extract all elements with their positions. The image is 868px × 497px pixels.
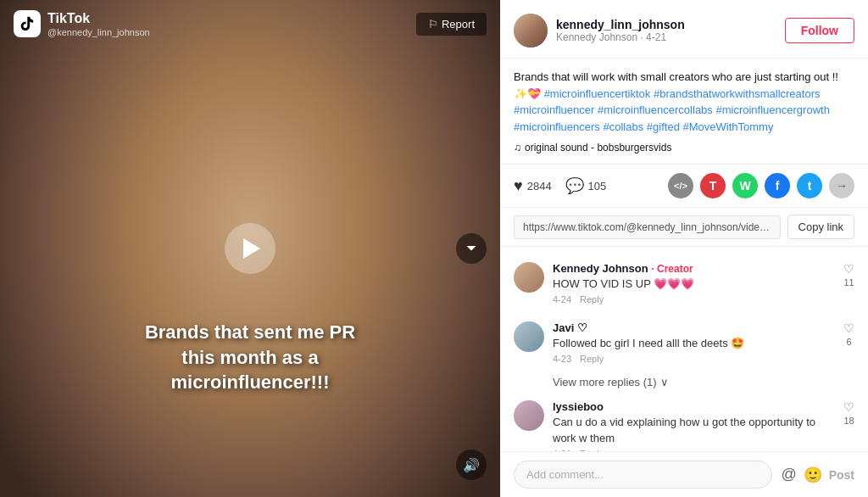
twitter-share-button[interactable]: t xyxy=(797,173,822,198)
comment-like[interactable]: ♡ 18 xyxy=(843,400,854,451)
video-panel: TikTok @kennedy_linn_johnson ⚐ Report Br… xyxy=(0,0,500,497)
like-action[interactable]: ♥ 2844 xyxy=(514,177,552,195)
more-share-button[interactable]: → xyxy=(829,173,854,198)
tiktok-handle: @kennedy_linn_johnson xyxy=(47,27,150,37)
comment-reply[interactable]: Reply xyxy=(580,354,604,364)
comment-action[interactable]: 💬 105 xyxy=(565,176,607,195)
creator-badge: · Creator xyxy=(651,263,693,275)
comment-date: 4-24 xyxy=(553,294,571,304)
comment-like[interactable]: ♡ 11 xyxy=(843,262,854,304)
like-count: 18 xyxy=(843,416,854,426)
comment-avatar xyxy=(514,262,544,293)
tiktok-share-button[interactable]: T xyxy=(700,173,726,198)
comment-username: lyssieboo xyxy=(553,400,835,413)
post-comment-button[interactable]: Post xyxy=(829,468,854,482)
hashtag[interactable]: #microinfluencers xyxy=(514,120,600,133)
comment-text: Can u do a vid explaining how u got the … xyxy=(553,415,835,445)
comment-item: Javi ♡ Followed bc girl I need alll the … xyxy=(500,313,868,372)
comment-count: 105 xyxy=(588,180,607,193)
comment-text: HOW TO VID IS UP 💗💗💗 xyxy=(553,276,835,292)
like-icon: ♡ xyxy=(843,262,854,276)
comment-like[interactable]: ♡ 6 xyxy=(843,321,854,364)
right-panel: kennedy_linn_johnson Kennedy Johnson · 4… xyxy=(500,0,868,497)
music-icon: ♫ xyxy=(514,142,521,154)
tiktok-text-area: TikTok @kennedy_linn_johnson xyxy=(47,10,150,36)
comment-text: Followed bc girl I need alll the deets 🤩 xyxy=(553,336,835,351)
hashtag[interactable]: #microinfluencercollabs xyxy=(598,103,713,116)
scroll-down-button[interactable] xyxy=(456,233,487,264)
post-sound[interactable]: ♫ original sound - bobsburgersvids xyxy=(514,142,854,154)
copy-link-button[interactable]: Copy link xyxy=(787,215,854,239)
comment-item: lyssieboo Can u do a vid explaining how … xyxy=(500,392,868,451)
comments-section: Kennedy Johnson · Creator HOW TO VID IS … xyxy=(500,247,868,451)
comment-input-bar: @ 🙂 Post xyxy=(500,451,868,497)
report-button[interactable]: ⚐ Report xyxy=(416,13,487,36)
hashtag[interactable]: #brandsthatworkwithsmallcreators xyxy=(654,87,821,100)
post-date: · 4-21 xyxy=(640,31,666,43)
tiktok-app-title: TikTok xyxy=(47,10,150,26)
comment-reply[interactable]: Reply xyxy=(580,294,604,304)
video-overlay-text: Brands that sent me PR this month as a m… xyxy=(131,320,369,395)
like-count: 6 xyxy=(846,337,851,347)
hashtag[interactable]: #collabs xyxy=(604,120,644,133)
heart-icon: ♥ xyxy=(514,177,523,195)
comment-item: Kennedy Johnson · Creator HOW TO VID IS … xyxy=(500,254,868,313)
video-header: TikTok @kennedy_linn_johnson ⚐ Report xyxy=(0,0,500,47)
comment-body: Javi ♡ Followed bc girl I need alll the … xyxy=(553,321,835,364)
facebook-share-button[interactable]: f xyxy=(765,173,790,198)
avatar-image xyxy=(514,14,548,47)
follow-button[interactable]: Follow xyxy=(785,18,854,43)
tiktok-logo-area: TikTok @kennedy_linn_johnson xyxy=(14,10,150,37)
display-name: Kennedy Johnson xyxy=(556,31,637,43)
tiktok-app-icon xyxy=(14,10,41,37)
comment-username: Javi ♡ xyxy=(553,321,835,334)
link-bar: https://www.tiktok.com/@kennedy_linn_joh… xyxy=(500,208,868,247)
whatsapp-share-button[interactable]: W xyxy=(732,173,758,198)
comment-body: Kennedy Johnson · Creator HOW TO VID IS … xyxy=(553,262,835,304)
user-subinfo: Kennedy Johnson · 4-21 xyxy=(556,31,776,43)
comment-date: 4-23 xyxy=(553,354,571,364)
share-icons: </> T W f t → xyxy=(668,173,854,198)
comment-avatar xyxy=(514,321,544,352)
comment-meta: 4-24 Reply xyxy=(553,294,835,304)
comment-avatar xyxy=(514,400,544,431)
embed-button[interactable]: </> xyxy=(668,173,693,198)
volume-button[interactable]: 🔊 xyxy=(456,450,487,480)
hashtag[interactable]: #gifted xyxy=(647,120,680,133)
post-description: Brands that will work with small creator… xyxy=(514,69,854,135)
username[interactable]: kennedy_linn_johnson xyxy=(556,18,776,31)
play-button[interactable] xyxy=(225,223,275,274)
view-more-replies[interactable]: View more replies (1) ∨ xyxy=(500,372,868,392)
comment-icon: 💬 xyxy=(565,176,584,195)
view-more-text: View more replies (1) xyxy=(553,376,657,388)
like-count: 11 xyxy=(843,277,854,288)
post-link: https://www.tiktok.com/@kennedy_linn_joh… xyxy=(514,215,781,239)
post-meta: kennedy_linn_johnson Kennedy Johnson · 4… xyxy=(556,18,776,43)
like-icon: ♡ xyxy=(843,400,854,414)
hashtag[interactable]: #MoveWithTommy xyxy=(683,120,774,133)
chevron-down-icon: ∨ xyxy=(660,376,669,388)
hashtag[interactable]: #microinfluencertiktok xyxy=(544,87,651,100)
comment-meta: 4-23 Reply xyxy=(553,354,835,364)
at-mention-button[interactable]: @ xyxy=(781,466,796,483)
user-avatar xyxy=(514,14,548,47)
emoji-button[interactable]: 🙂 xyxy=(804,466,822,484)
post-actions: ♥ 2844 💬 105 </> T W f t → xyxy=(500,165,868,208)
like-count: 2844 xyxy=(527,180,552,193)
hashtag[interactable]: #microinfluencer xyxy=(514,103,594,116)
hashtag[interactable]: #microinfluencergrowth xyxy=(715,103,829,116)
comment-body: lyssieboo Can u do a vid explaining how … xyxy=(553,400,835,451)
like-icon: ♡ xyxy=(843,321,854,335)
comment-input[interactable] xyxy=(514,461,772,489)
post-header: kennedy_linn_johnson Kennedy Johnson · 4… xyxy=(500,0,868,59)
comment-username: Kennedy Johnson · Creator xyxy=(553,262,835,275)
comment-actions: @ 🙂 Post xyxy=(781,466,854,484)
post-content: Brands that will work with small creator… xyxy=(500,59,868,165)
sound-name: original sound - bobsburgersvids xyxy=(525,142,671,154)
